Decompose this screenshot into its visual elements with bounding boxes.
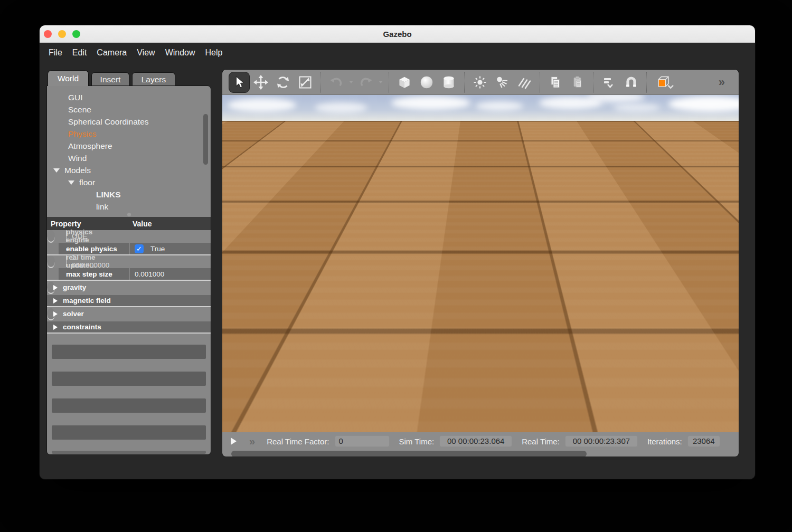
undo-button[interactable] bbox=[325, 71, 347, 93]
align-icon bbox=[601, 74, 617, 90]
quadcopter-model[interactable] bbox=[419, 224, 530, 266]
collapse-arrow-icon[interactable] bbox=[53, 168, 60, 173]
toolbar-separator bbox=[464, 72, 465, 93]
tree-item-link[interactable]: link bbox=[47, 201, 211, 213]
side-panel: World Insert Layers GUI Scene Spherical … bbox=[46, 70, 211, 455]
expand-arrow-icon bbox=[53, 298, 58, 303]
tree-item-models[interactable]: Models bbox=[47, 164, 211, 176]
tree-item-wind[interactable]: Wind bbox=[47, 152, 211, 164]
tree-item-gui[interactable]: GUI bbox=[47, 91, 211, 103]
panel-tabs: World Insert Layers bbox=[46, 70, 211, 86]
sphere-icon bbox=[418, 74, 435, 91]
menu-view[interactable]: View bbox=[137, 48, 155, 58]
world-panel-body: GUI Scene Spherical Coordinates Physics … bbox=[46, 86, 211, 455]
spot-light-button[interactable] bbox=[491, 71, 513, 93]
collapse-arrow-icon[interactable] bbox=[68, 180, 74, 185]
group-row-constraints[interactable]: constraints bbox=[47, 321, 211, 334]
translate-tool-button[interactable] bbox=[250, 71, 272, 93]
paste-button[interactable] bbox=[567, 71, 589, 93]
tree-item-links[interactable]: LINKS bbox=[47, 188, 211, 201]
group-row-magnetic-field[interactable]: magnetic field bbox=[47, 295, 211, 307]
toolbar-separator bbox=[389, 72, 389, 93]
point-light-button[interactable] bbox=[469, 71, 491, 93]
horizontal-scrollbar-thumb[interactable] bbox=[231, 451, 587, 457]
sky bbox=[222, 95, 739, 121]
toolbar-overflow-button[interactable]: » bbox=[719, 75, 725, 89]
insert-box-button[interactable] bbox=[393, 71, 416, 93]
redo-button[interactable] bbox=[355, 71, 377, 93]
redo-arrow-icon bbox=[358, 74, 374, 90]
value-column-header: Value bbox=[129, 220, 211, 228]
menu-bar: File Edit Camera View Window Help bbox=[40, 43, 755, 62]
tab-world[interactable]: World bbox=[48, 70, 89, 86]
select-tool-button[interactable] bbox=[229, 72, 250, 93]
toolbar-separator bbox=[540, 72, 540, 93]
redo-dropdown-caret[interactable] bbox=[377, 81, 384, 83]
real-time-factor-field[interactable]: 0 bbox=[335, 435, 390, 447]
menu-help[interactable]: Help bbox=[205, 48, 223, 58]
horizontal-scrollbar bbox=[222, 450, 739, 457]
rotate-tool-button[interactable] bbox=[272, 71, 294, 93]
sim-time-field[interactable]: 00 00:00:23.064 bbox=[439, 435, 512, 447]
drone-body-mid bbox=[461, 245, 487, 256]
toolbar-separator bbox=[593, 72, 593, 93]
snap-button[interactable] bbox=[620, 71, 642, 93]
tree-item-atmosphere[interactable]: Atmosphere bbox=[47, 140, 211, 152]
align-button[interactable] bbox=[598, 71, 620, 93]
undo-dropdown-caret[interactable] bbox=[347, 81, 355, 83]
tree-item-physics[interactable]: Physics bbox=[47, 128, 211, 140]
expand-arrow-icon bbox=[53, 325, 58, 330]
gazebo-window: Gazebo File Edit Camera View Window Help… bbox=[40, 25, 755, 479]
directional-light-button[interactable] bbox=[513, 71, 535, 93]
viewport-toolbar: » bbox=[222, 70, 739, 95]
expand-log-button[interactable] bbox=[231, 438, 237, 445]
minimize-button[interactable] bbox=[58, 30, 66, 38]
change-view-button[interactable] bbox=[651, 71, 680, 93]
menu-edit[interactable]: Edit bbox=[72, 48, 87, 58]
tree-item-scene[interactable]: Scene bbox=[47, 103, 211, 116]
real-time-field[interactable]: 00 00:00:23.307 bbox=[565, 435, 638, 447]
tree-scrollbar[interactable] bbox=[203, 114, 208, 165]
rotate-arrows-icon bbox=[275, 74, 291, 90]
property-table: Property Value physics engine ODE enable… bbox=[47, 217, 211, 334]
menu-window[interactable]: Window bbox=[165, 48, 195, 58]
empty-row bbox=[52, 398, 206, 413]
enable-physics-value: ✓ True bbox=[129, 243, 211, 254]
group-row-gravity[interactable]: gravity bbox=[47, 282, 55, 294]
enable-physics-checkbox[interactable]: ✓ bbox=[135, 244, 144, 253]
max-step-size-value[interactable]: 0.001000 bbox=[129, 268, 211, 280]
empty-row bbox=[52, 451, 206, 454]
sim-time-label: Sim Time: bbox=[399, 437, 435, 446]
panel-splitter-handle[interactable] bbox=[127, 213, 131, 216]
zoom-button[interactable] bbox=[72, 30, 80, 38]
scene-canvas[interactable] bbox=[222, 95, 739, 432]
tree-item-spherical-coordinates[interactable]: Spherical Coordinates bbox=[47, 116, 211, 128]
scale-tool-button[interactable] bbox=[294, 71, 316, 93]
menu-camera[interactable]: Camera bbox=[97, 48, 127, 58]
drone-body-top bbox=[460, 239, 488, 245]
cloud bbox=[613, 103, 661, 112]
iterations-field[interactable]: 23064 bbox=[687, 435, 720, 447]
tree-item-floor[interactable]: floor bbox=[47, 176, 211, 188]
close-button[interactable] bbox=[44, 30, 52, 38]
copy-button[interactable] bbox=[544, 71, 567, 93]
menu-file[interactable]: File bbox=[49, 48, 62, 58]
insert-cylinder-button[interactable] bbox=[438, 71, 460, 93]
cursor-arrow-icon bbox=[232, 75, 247, 90]
cloud bbox=[315, 102, 367, 113]
cloud bbox=[228, 98, 296, 112]
property-column-header: Property bbox=[47, 220, 129, 228]
tab-layers[interactable]: Layers bbox=[132, 72, 175, 86]
cloud bbox=[391, 96, 470, 110]
statusbar-overflow-button[interactable]: » bbox=[249, 436, 255, 446]
real-time-factor-label: Real Time Factor: bbox=[267, 437, 329, 446]
group-row-solver[interactable]: solver bbox=[47, 308, 55, 320]
empty-row bbox=[52, 345, 206, 359]
property-row-real-time-update: real time update… 1 000.000000 bbox=[47, 255, 55, 268]
empty-row bbox=[52, 372, 206, 386]
tab-insert[interactable]: Insert bbox=[91, 72, 129, 86]
property-row-physics-engine: physics engine ODE bbox=[47, 230, 55, 243]
paste-icon bbox=[570, 74, 586, 90]
insert-sphere-button[interactable] bbox=[416, 71, 438, 93]
spot-light-icon bbox=[494, 74, 510, 90]
